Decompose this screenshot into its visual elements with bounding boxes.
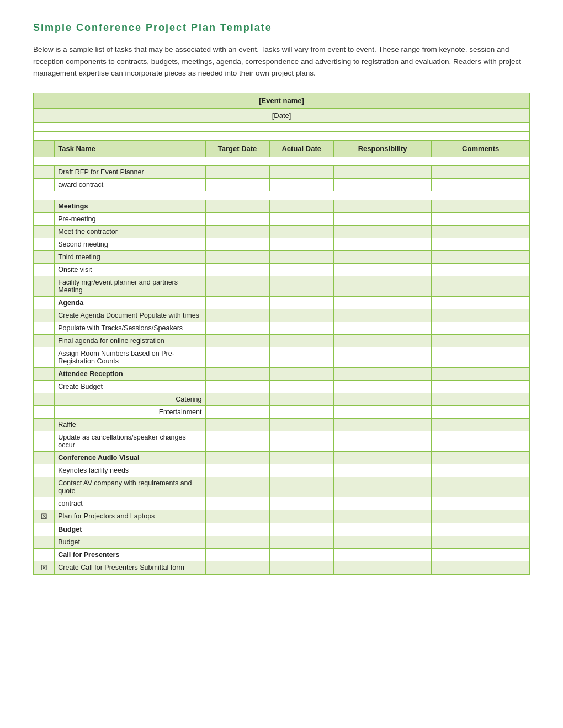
comment-cell — [432, 238, 530, 250]
actual-cell — [269, 178, 333, 191]
target-cell — [205, 497, 269, 510]
target-cell — [205, 451, 269, 464]
actual-cell — [269, 367, 333, 380]
actual-cell — [269, 309, 333, 322]
resp-cell — [333, 548, 432, 561]
table-row: Meet the contractor — [34, 225, 530, 238]
table-row: Populate with Tracks/Sessions/Speakers — [34, 322, 530, 334]
check-cell — [34, 322, 55, 334]
table-row: Assign Room Numbers based on Pre-Registr… — [34, 347, 530, 367]
comment-cell — [432, 225, 530, 238]
section-label: Call for Presenters — [55, 548, 205, 561]
check-cell — [34, 431, 55, 451]
actual-cell — [269, 405, 333, 418]
target-cell — [205, 225, 269, 238]
comment-cell — [432, 464, 530, 477]
actual-cell — [269, 225, 333, 238]
table-row: Final agenda for online registration — [34, 334, 530, 347]
target-cell — [205, 418, 269, 431]
check-cell — [34, 296, 55, 309]
table-row: Pre-meeting — [34, 212, 530, 225]
table-row: Update as cancellations/speaker changes … — [34, 431, 530, 451]
task-cell: Assign Room Numbers based on Pre-Registr… — [55, 347, 205, 367]
task-cell: award contract — [55, 178, 205, 191]
spacer-row-top2 — [34, 131, 530, 140]
check-cell — [34, 309, 55, 322]
target-cell — [205, 250, 269, 263]
comment-cell — [432, 405, 530, 418]
task-cell: Update as cancellations/speaker changes … — [55, 431, 205, 451]
header-actual: Actual Date — [269, 140, 333, 157]
check-cell — [34, 477, 55, 497]
task-cell: Third meeting — [55, 250, 205, 263]
task-cell: Facility mgr/event planner and partners … — [55, 276, 205, 296]
target-cell — [205, 238, 269, 250]
check-cell — [34, 393, 55, 405]
comment-cell — [432, 548, 530, 561]
table-row: Budget — [34, 536, 530, 548]
comment-cell — [432, 510, 530, 523]
table-row: Draft RFP for Event Planner — [34, 165, 530, 178]
actual-cell — [269, 548, 333, 561]
check-cell — [34, 380, 55, 393]
task-cell: Create Budget — [55, 380, 205, 393]
task-cell: Onsite visit — [55, 263, 205, 276]
comment-cell — [432, 523, 530, 536]
table-row: Catering — [34, 393, 530, 405]
comment-cell — [432, 212, 530, 225]
actual-cell — [269, 464, 333, 477]
section-label: Agenda — [55, 296, 205, 309]
section-label: Budget — [55, 523, 205, 536]
actual-cell — [269, 165, 333, 178]
task-cell: Meet the contractor — [55, 225, 205, 238]
target-cell — [205, 548, 269, 561]
check-cell — [34, 451, 55, 464]
task-cell: Populate with Tracks/Sessions/Speakers — [55, 322, 205, 334]
section-header-row: Conference Audio Visual — [34, 451, 530, 464]
resp-cell — [333, 178, 432, 191]
resp-cell — [333, 212, 432, 225]
table-row: Keynotes facility needs — [34, 464, 530, 477]
target-cell — [205, 178, 269, 191]
comment-cell — [432, 276, 530, 296]
section-header-row: Call for Presenters — [34, 548, 530, 561]
resp-cell — [333, 250, 432, 263]
resp-cell — [333, 334, 432, 347]
actual-cell — [269, 536, 333, 548]
resp-cell — [333, 380, 432, 393]
resp-cell — [333, 367, 432, 380]
table-row: ☒ Create Call for Presenters Submittal f… — [34, 561, 530, 574]
task-cell: Final agenda for online registration — [55, 334, 205, 347]
task-cell: Second meeting — [55, 238, 205, 250]
table-row: Contact AV company with requirements and… — [34, 477, 530, 497]
resp-cell — [333, 477, 432, 497]
comment-cell — [432, 451, 530, 464]
check-cell — [34, 497, 55, 510]
target-cell — [205, 431, 269, 451]
task-cell: Create Call for Presenters Submittal for… — [55, 561, 205, 574]
task-cell: Budget — [55, 536, 205, 548]
actual-cell — [269, 250, 333, 263]
comment-cell — [432, 561, 530, 574]
target-cell — [205, 212, 269, 225]
section-header-row: Agenda — [34, 296, 530, 309]
comment-cell — [432, 536, 530, 548]
spacer-row-top — [34, 122, 530, 131]
comment-cell — [432, 309, 530, 322]
section-header-row: Budget — [34, 523, 530, 536]
check-cell — [34, 418, 55, 431]
event-name-row: [Event name] — [34, 93, 530, 108]
actual-cell — [269, 523, 333, 536]
actual-cell — [269, 334, 333, 347]
target-cell — [205, 309, 269, 322]
resp-cell — [333, 263, 432, 276]
table-row: Facility mgr/event planner and partners … — [34, 276, 530, 296]
resp-cell — [333, 497, 432, 510]
target-cell — [205, 334, 269, 347]
comment-cell — [432, 477, 530, 497]
task-cell: Keynotes facility needs — [55, 464, 205, 477]
table-row: award contract — [34, 178, 530, 191]
header-row: Task Name Target Date Actual Date Respon… — [34, 140, 530, 157]
actual-cell — [269, 418, 333, 431]
actual-cell — [269, 238, 333, 250]
